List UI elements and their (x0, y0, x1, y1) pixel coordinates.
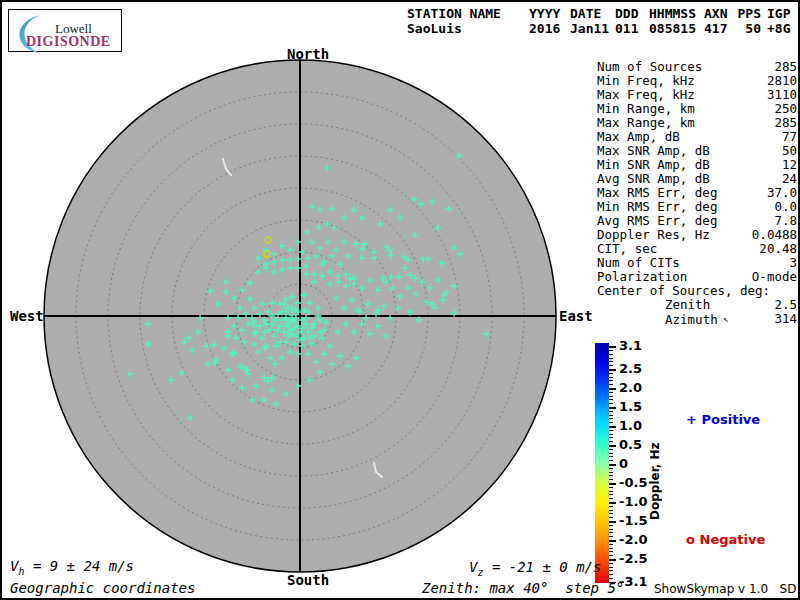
colorbar-minor-tick (609, 384, 613, 385)
stat-row: Doppler Res, Hz0.0488 (597, 228, 797, 242)
colorbar-tick-label: -1.0 (619, 494, 647, 509)
colorbar-minor-tick (609, 551, 613, 552)
colorbar-minor-tick (609, 422, 613, 423)
colorbar-minor-tick (609, 354, 613, 355)
colorbar-minor-tick (609, 567, 613, 568)
negative-label: Negative (700, 532, 766, 547)
stat-row: Max RMS Err, deg37.0 (597, 186, 797, 200)
stat-row: Min Range, km250 (597, 102, 797, 116)
colorbar-minor-tick (609, 377, 613, 378)
colorbar-minor-tick (609, 430, 613, 431)
stat-row: Max Freq, kHz3110 (597, 88, 797, 102)
colorbar-minor-tick (609, 491, 613, 492)
positive-doppler-legend: + Positive (668, 397, 760, 442)
colorbar-minor-tick (609, 472, 613, 473)
colorbar-minor-tick (609, 365, 613, 366)
colorbar-minor-tick (609, 399, 613, 400)
colorbar-minor-tick (609, 468, 613, 469)
colorbar-minor-tick (609, 449, 613, 450)
program-version-label: ShowSkymap v 1.0 SD v 5.1 (654, 582, 800, 596)
colorbar-major-tick (609, 540, 616, 542)
south-label: South (287, 572, 329, 588)
stat-row: Min SNR Amp, dB12 (597, 158, 797, 172)
colorbar-minor-tick (609, 479, 613, 480)
azimuth-direction-arrow-icon: ↖ (718, 314, 729, 324)
plus-marker-icon: + (686, 412, 697, 427)
colorbar-tick-label: 1.5 (619, 399, 642, 414)
colorbar-minor-tick (609, 434, 613, 435)
colorbar-major-tick (609, 388, 616, 390)
colorbar-tick-label: 1.0 (619, 418, 642, 433)
colorbar-minor-tick (609, 441, 613, 442)
colorbar-minor-tick (609, 411, 613, 412)
stat-row: Azimuth ↖314 (597, 312, 797, 327)
colorbar-minor-tick (609, 415, 613, 416)
colorbar-major-tick (609, 521, 616, 523)
header-col-date: DATEJan11 (570, 6, 612, 36)
colorbar-minor-tick (609, 403, 613, 404)
showskymap-window: Lowell DIGISONDE STATION NAMESaoLuisYYYY… (0, 0, 800, 600)
colorbar-minor-tick (609, 506, 613, 507)
header-col-ddd: DDD011 (615, 6, 643, 36)
colorbar-minor-tick (609, 555, 613, 556)
stat-row: Avg RMS Err, deg7.8 (597, 214, 797, 228)
stat-row: PolarizationO-mode (597, 270, 797, 284)
circle-marker-icon: o (686, 532, 695, 547)
colorbar-minor-tick (609, 548, 613, 549)
colorbar-major-tick (609, 346, 616, 348)
colorbar-minor-tick (609, 456, 613, 457)
colorbar-minor-tick (609, 361, 613, 362)
colorbar-minor-tick (609, 529, 613, 530)
colorbar-minor-tick (609, 578, 613, 579)
stat-row: Num of CITs3 (597, 256, 797, 270)
colorbar-minor-tick (609, 350, 613, 351)
colorbar-minor-tick (609, 517, 613, 518)
colorbar-tick-label: -2.0 (619, 532, 647, 547)
zenith-scale-note: Zenith: max 40° step 5° (422, 580, 624, 596)
colorbar-tick-label: -1.5 (619, 513, 647, 528)
header-col-yyyy: YYYY2016 (529, 6, 565, 36)
colorbar-minor-tick (609, 513, 613, 514)
colorbar-minor-tick (609, 392, 613, 393)
positive-label: Positive (702, 412, 761, 427)
stat-row: Zenith2.5 (597, 298, 797, 312)
colorbar-major-tick (609, 407, 616, 409)
colorbar-tick-label: -0.5 (619, 475, 647, 490)
measurement-stats-panel: Num of Sources285Min Freq, kHz2810Max Fr… (597, 60, 797, 327)
vertical-velocity-readout: Vz = -21 ± 0 m/s (469, 559, 601, 578)
colorbar-minor-tick (609, 510, 613, 511)
colorbar-tick-label: 0 (619, 456, 628, 471)
negative-doppler-legend: o Negative (668, 517, 765, 562)
colorbar-major-tick (609, 369, 616, 371)
colorbar-tick-label: 2.5 (619, 361, 642, 376)
colorbar-minor-tick (609, 498, 613, 499)
east-label: East (559, 308, 593, 324)
stat-row: CIT, sec20.48 (597, 242, 797, 256)
coordinate-system-label: Geographic coordinates (10, 580, 195, 596)
colorbar-minor-tick (609, 563, 613, 564)
colorbar-tick-label: 0.5 (619, 437, 642, 452)
colorbar-minor-tick (609, 525, 613, 526)
colorbar-minor-tick (609, 453, 613, 454)
stat-row: Max Range, km285 (597, 116, 797, 130)
colorbar-minor-tick (609, 475, 613, 476)
center-of-sources-header: Center of Sources, deg: (597, 284, 797, 298)
colorbar-major-tick (609, 426, 616, 428)
colorbar-tick-label: 2.0 (619, 380, 642, 395)
colorbar-major-tick (609, 502, 616, 504)
colorbar-minor-tick (609, 358, 613, 359)
colorbar-minor-tick (609, 418, 613, 419)
colorbar-minor-tick (609, 536, 613, 537)
colorbar-minor-tick (609, 532, 613, 533)
stat-row: Max SNR Amp, dB50 (597, 144, 797, 158)
colorbar-minor-tick (609, 494, 613, 495)
stat-row: Max Amp, dB77 (597, 130, 797, 144)
colorbar-tick-label: 3.1 (619, 338, 642, 353)
colorbar-major-tick (609, 445, 616, 447)
colorbar-minor-tick (609, 437, 613, 438)
header-col-pps: PPS50 (735, 6, 761, 36)
north-label: North (287, 46, 329, 62)
stat-row: Num of Sources285 (597, 60, 797, 74)
colorbar-minor-tick (609, 570, 613, 571)
header-col-axn: AXN417 (704, 6, 732, 36)
